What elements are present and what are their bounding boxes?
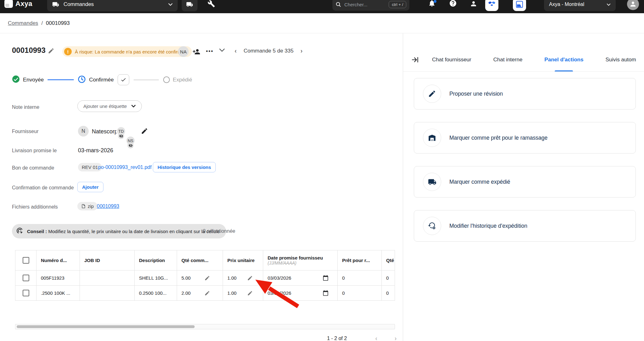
row-checkbox[interactable] bbox=[23, 275, 29, 281]
cell-numero[interactable]: .2500 100K ... bbox=[36, 286, 80, 300]
app-root: Axya Commandes bbox=[0, 0, 644, 341]
supplier-avatar: N bbox=[78, 126, 89, 137]
nav-module-label: Commandes bbox=[64, 1, 94, 8]
calendar-icon[interactable] bbox=[323, 275, 329, 281]
select-all-checkbox[interactable] bbox=[23, 257, 29, 264]
cell-pret[interactable]: 0 bbox=[338, 286, 382, 300]
org-label: Axya - Montréal bbox=[549, 2, 584, 7]
table-row: .2500 100K ... 0.2500 100... 2.00 1.00 0… bbox=[15, 285, 395, 300]
cell-qte[interactable]: 2.00 bbox=[177, 286, 223, 300]
edit-supplier-icon[interactable] bbox=[141, 127, 148, 136]
notifications-icon[interactable] bbox=[428, 0, 436, 7]
tools-icon[interactable] bbox=[208, 0, 215, 8]
confirm-step-checkbox[interactable] bbox=[118, 74, 129, 85]
add-tag-dropdown[interactable]: Ajouter une étiquette bbox=[77, 100, 142, 112]
row-checkbox[interactable] bbox=[23, 290, 29, 296]
scrollbar-thumb[interactable] bbox=[17, 325, 195, 328]
app-tile-2[interactable] bbox=[513, 0, 526, 11]
col-numero[interactable]: Numéro d... bbox=[36, 250, 80, 270]
search-placeholder: Chercher... bbox=[344, 2, 367, 7]
assignee-avatar[interactable]: NA bbox=[178, 46, 189, 57]
cell-job-id[interactable] bbox=[80, 286, 135, 300]
cell-prix[interactable]: 1.00 bbox=[223, 286, 263, 300]
app-tile-1[interactable] bbox=[485, 0, 498, 11]
history-gear-icon bbox=[423, 217, 441, 235]
action-mark-shipped[interactable]: Marquer comme expédié bbox=[414, 166, 636, 198]
tab-chat-fournisseur[interactable]: Chat fournisseur bbox=[432, 48, 471, 72]
edit-price-icon[interactable] bbox=[247, 275, 253, 281]
cell-prix[interactable]: 1.00 bbox=[223, 271, 263, 285]
col-job-id[interactable]: JOB ID bbox=[80, 250, 135, 270]
step-pending-icon bbox=[163, 76, 170, 83]
help-icon[interactable] bbox=[449, 0, 457, 7]
app-logo[interactable]: Axya bbox=[4, 0, 32, 8]
tab-panel-actions[interactable]: Panel d'actions bbox=[544, 48, 583, 72]
search-input[interactable]: Chercher... ctrl + / bbox=[332, 0, 409, 11]
prev-order-icon[interactable]: ‹ bbox=[235, 47, 237, 54]
cell-qte2[interactable]: 0 bbox=[382, 286, 395, 300]
nav-module-dropdown[interactable]: Commandes bbox=[47, 0, 178, 11]
cell-numero[interactable]: 005F11923 bbox=[36, 271, 80, 285]
calendar-icon[interactable] bbox=[323, 290, 329, 296]
contact-avatar-td[interactable]: TD bbox=[116, 126, 126, 136]
panel-tab-bar: Chat fournisseur Chat interne Panel d'ac… bbox=[403, 48, 644, 72]
org-dropdown[interactable]: Axya - Montréal bbox=[544, 0, 616, 11]
next-order-icon[interactable]: › bbox=[300, 47, 303, 54]
prev-page-icon[interactable]: ‹ bbox=[375, 335, 377, 341]
blue-logo-icon bbox=[487, 0, 496, 9]
po-pdf-link[interactable]: po-00010993_rev01.pdf bbox=[98, 165, 152, 170]
edit-qty-icon[interactable] bbox=[204, 290, 210, 296]
cell-job-id[interactable] bbox=[80, 271, 135, 285]
topbar: Axya Commandes bbox=[0, 0, 644, 13]
edit-price-icon[interactable] bbox=[247, 290, 253, 296]
collapse-header-icon[interactable] bbox=[219, 48, 225, 53]
cell-pret[interactable]: 0 bbox=[338, 271, 382, 285]
edit-title-icon[interactable] bbox=[48, 48, 54, 55]
col-qte[interactable]: Qté comm... bbox=[177, 250, 223, 270]
zip-file-link[interactable]: 00010993 bbox=[97, 204, 119, 209]
user-avatar[interactable] bbox=[627, 0, 639, 10]
version-history-button[interactable]: Historique des versions bbox=[153, 162, 216, 172]
action-propose-revision[interactable]: Proposer une révision bbox=[414, 78, 636, 109]
tab-chat-interne[interactable]: Chat interne bbox=[493, 48, 523, 72]
next-page-icon[interactable]: › bbox=[395, 335, 397, 341]
warning-icon: ! bbox=[64, 48, 72, 55]
step-label-expedie: Expédié bbox=[173, 77, 192, 83]
col-qte2[interactable]: Qté bbox=[382, 250, 395, 270]
add-confirmation-button[interactable]: Ajouter bbox=[77, 182, 103, 192]
breadcrumb-separator: / bbox=[41, 20, 43, 26]
collapse-panel-icon[interactable] bbox=[411, 56, 419, 64]
person-add-icon[interactable] bbox=[192, 48, 200, 57]
stepper-connector bbox=[134, 80, 159, 80]
cell-date[interactable]: 03/03/2026 bbox=[263, 271, 338, 285]
edit-qty-icon[interactable] bbox=[204, 275, 210, 281]
tab-suivis-autom[interactable]: Suivis autom bbox=[605, 48, 636, 72]
notification-badge bbox=[434, 0, 436, 3]
col-pret[interactable]: Prêt pour r... bbox=[338, 250, 382, 270]
horizontal-scrollbar[interactable] bbox=[15, 324, 395, 329]
col-description[interactable]: Description bbox=[135, 250, 177, 270]
breadcrumb-commandes-link[interactable]: Commandes bbox=[8, 20, 38, 26]
search-icon bbox=[336, 2, 341, 7]
contact-avatar-ns[interactable]: NS bbox=[126, 136, 135, 145]
col-date-promise[interactable]: Date promise fournisseu (JJ/MM/AAAA) bbox=[263, 250, 338, 270]
cell-qte2[interactable]: 0 bbox=[382, 271, 395, 285]
cell-qte[interactable]: 5.00 bbox=[177, 271, 223, 285]
eye-off-icon bbox=[118, 133, 124, 139]
file-icon bbox=[81, 204, 86, 209]
contacts-icon[interactable] bbox=[470, 0, 477, 8]
cell-description[interactable]: 0.2500 100... bbox=[135, 286, 177, 300]
more-menu[interactable]: ••• bbox=[206, 48, 214, 54]
action-ready-pickup[interactable]: Marquer comme prêt pour le ramassage bbox=[414, 122, 636, 154]
tip-text: Modifiez la quantité, le prix unitaire o… bbox=[48, 229, 220, 234]
fournisseur-label: Fournisseur bbox=[12, 129, 38, 134]
truck-icon bbox=[52, 1, 59, 8]
col-prix[interactable]: Prix unitaire bbox=[223, 250, 263, 270]
cell-date[interactable]: 03/03/2026 bbox=[263, 286, 338, 300]
action-edit-shipping-history[interactable]: Modifier l'historique d'expédition bbox=[414, 210, 636, 242]
cell-description[interactable]: SHELL 10G... bbox=[135, 271, 177, 285]
stepper-connector bbox=[47, 79, 74, 80]
chevron-down-icon bbox=[607, 2, 611, 7]
zip-badge: zip bbox=[77, 202, 97, 210]
quick-orders-button[interactable] bbox=[182, 0, 197, 11]
